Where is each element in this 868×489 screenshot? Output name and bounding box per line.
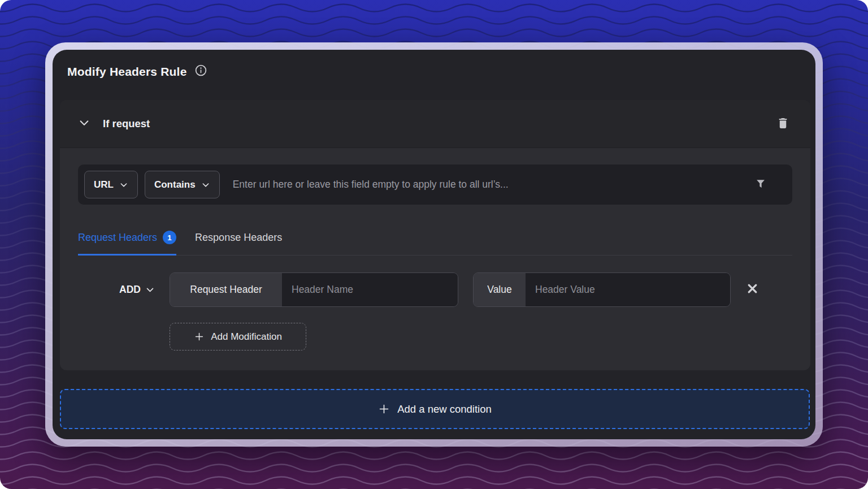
action-dropdown[interactable]: ADD [78,284,155,296]
card-title-row: Modify Headers Rule [67,64,207,79]
condition-title: If request [103,118,150,130]
add-modification-button[interactable]: Add Modification [170,323,306,350]
condition-body: URL Contains Enter url here or leave thi… [60,148,810,350]
header-name-group: Request Header [170,272,458,307]
operator-value: Contains [154,179,196,191]
operator-dropdown[interactable]: Contains [145,171,220,198]
add-condition-label: Add a new condition [397,403,492,416]
modification-row: ADD Request Header Value [78,272,792,307]
condition-header[interactable]: If request [60,100,810,148]
condition-panel: If request URL Contains [60,100,810,370]
page-title: Modify Headers Rule [67,65,187,79]
chevron-down-icon [119,180,128,189]
url-key-value: URL [94,179,114,191]
plus-icon [194,331,205,342]
url-input[interactable]: Enter url here or leave this field empty… [233,179,754,191]
header-value-input[interactable] [526,273,730,306]
info-circle-icon[interactable] [194,64,207,79]
x-icon[interactable] [746,282,759,297]
funnel-icon[interactable] [754,178,767,192]
add-new-condition-button[interactable]: Add a new condition [60,389,810,429]
url-condition-row: URL Contains Enter url here or leave thi… [78,165,792,205]
header-name-input[interactable] [282,273,458,306]
header-name-addon: Request Header [170,273,282,306]
request-headers-count-badge: 1 [163,231,176,244]
trash-icon[interactable] [776,116,790,132]
tab-label: Request Headers [78,232,157,244]
url-key-dropdown[interactable]: URL [84,171,138,198]
chevron-down-icon [145,285,155,295]
modify-headers-rule-card: Modify Headers Rule If request [53,50,815,439]
header-value-group: Value [473,272,731,307]
tab-response-headers[interactable]: Response Headers [195,231,282,256]
modal-frame: Modify Headers Rule If request [45,42,823,447]
header-value-addon: Value [474,273,526,306]
tab-label: Response Headers [195,232,282,244]
plus-icon [378,403,390,415]
headers-tabs: Request Headers 1 Response Headers [78,231,792,256]
action-value: ADD [119,284,141,296]
chevron-down-icon [201,180,210,189]
add-modification-label: Add Modification [211,331,282,343]
chevron-down-icon[interactable] [78,116,90,131]
tab-request-headers[interactable]: Request Headers 1 [78,231,176,256]
